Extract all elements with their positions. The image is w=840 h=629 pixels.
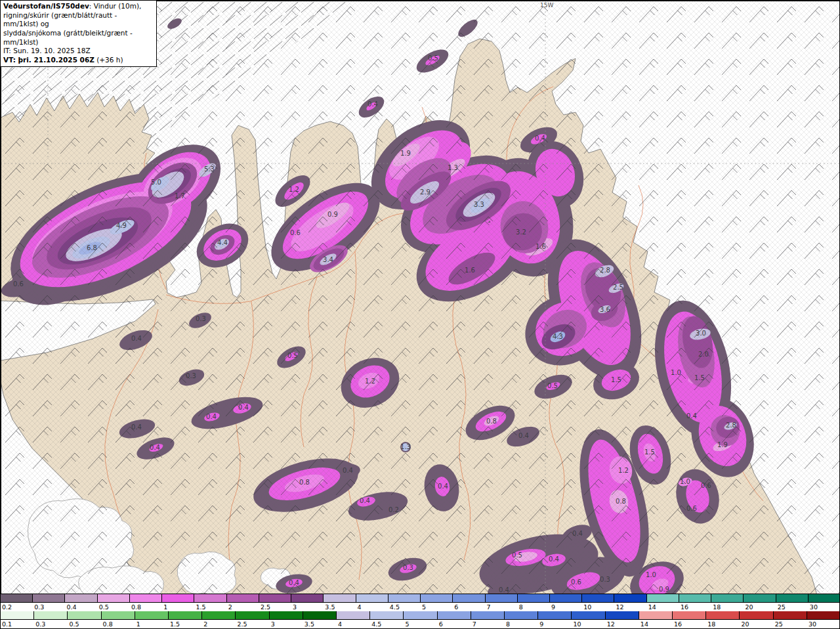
scale-sleet-snow: 0.20.30.40.50.811.522.533.544.5567891012… (1, 594, 840, 611)
wind-barbs-overlay (1, 1, 840, 595)
scale-color-cell (486, 594, 518, 602)
scale-color-cell (538, 611, 572, 619)
scale-color-cell (639, 611, 673, 619)
sleet-snow-color-band (1, 594, 840, 603)
scale-color-cell (270, 611, 303, 619)
scale-tick-label: 1.5 (169, 620, 202, 628)
scale-color-cell (324, 594, 356, 602)
scale-color-cell (404, 611, 437, 619)
scale-color-cell (744, 594, 776, 602)
scale-tick-label: 4 (337, 620, 370, 628)
weather-map-canvas: 15W (1, 1, 840, 595)
scale-color-cell (194, 594, 226, 602)
scale-tick-label: 1 (135, 620, 169, 628)
scale-color-cell (740, 611, 773, 619)
color-scales: 0.20.30.40.50.811.522.533.544.5567891012… (1, 594, 840, 628)
scale-tick-label: 3.5 (303, 620, 337, 628)
scale-color-cell (1, 611, 34, 619)
scale-tick-label: 6 (438, 620, 471, 628)
scale-color-cell (202, 611, 236, 619)
scale-color-cell (1, 594, 33, 602)
scale-color-cell (421, 594, 453, 602)
scale-tick-label: 14 (647, 603, 679, 611)
scale-color-cell (453, 594, 485, 602)
valid-time: VT: þri. 21.10.2025 06Z (+36 h) (3, 56, 153, 65)
rain-tick-labels: 0.10.30.50.811.522.533.544.5567891012141… (1, 620, 840, 628)
scale-color-cell (388, 594, 421, 602)
scale-color-cell (34, 611, 68, 619)
scale-tick-label: 7 (486, 603, 518, 611)
scale-tick-label: 0.5 (98, 603, 130, 611)
scale-tick-label: 18 (706, 620, 740, 628)
scale-color-cell (130, 594, 162, 602)
scale-tick-label: 16 (679, 603, 711, 611)
scale-color-cell (356, 594, 388, 602)
scale-tick-label: 0.1 (1, 620, 34, 628)
scale-tick-label: 3 (291, 603, 324, 611)
scale-color-cell (169, 611, 202, 619)
scale-color-cell (706, 611, 740, 619)
scale-tick-label: 30 (807, 620, 840, 628)
scale-color-cell (65, 594, 97, 602)
scale-tick-label: 10 (582, 603, 614, 611)
scale-color-cell (162, 594, 194, 602)
scale-tick-label: 2.5 (236, 620, 269, 628)
sleet-snow-tick-labels: 0.20.30.40.50.811.522.533.544.5567891012… (1, 603, 840, 611)
scale-tick-label: 18 (711, 603, 744, 611)
scale-color-cell (135, 611, 169, 619)
scale-tick-label: 25 (774, 620, 807, 628)
scale-color-cell (505, 611, 538, 619)
scale-color-cell (550, 594, 582, 602)
scale-tick-label: 0.4 (65, 603, 97, 611)
product-name: Veðurstofan/IS750dev (3, 2, 89, 10)
scale-tick-label: 0.3 (34, 620, 68, 628)
title-line-2: rigning/skúrir (grænt/blátt/rautt - mm/1… (3, 11, 153, 29)
scale-color-cell (647, 594, 679, 602)
scale-color-cell (614, 594, 646, 602)
init-time: IT: Sun. 19. 10. 2025 18Z (3, 47, 153, 56)
scale-color-cell (776, 594, 808, 602)
weather-map-page: 15W 0.50.40.41.91.35.35.02.91.21.73.30.9… (0, 0, 840, 629)
scale-color-cell (33, 594, 65, 602)
scale-color-cell (572, 611, 605, 619)
scale-color-cell (679, 594, 711, 602)
scale-tick-label: 5 (421, 603, 453, 611)
scale-color-cell (438, 611, 471, 619)
scale-color-cell (98, 594, 130, 602)
scale-color-cell (711, 594, 744, 602)
scale-tick-label: 8 (505, 620, 538, 628)
rain-color-band (1, 611, 840, 620)
scale-color-cell (227, 594, 259, 602)
scale-tick-label: 6 (453, 603, 485, 611)
scale-color-cell (774, 611, 807, 619)
scale-tick-label: 20 (740, 620, 773, 628)
scale-tick-label: 9 (538, 620, 572, 628)
scale-color-cell (291, 594, 324, 602)
scale-tick-label: 9 (550, 603, 582, 611)
scale-rain: 0.10.30.50.811.522.533.544.5567891012141… (1, 611, 840, 628)
scale-color-cell (370, 611, 404, 619)
title-box: Veðurstofan/IS750dev: Vindur (10m), rign… (1, 1, 157, 67)
scale-tick-label: 4.5 (370, 620, 404, 628)
scale-tick-label: 0.3 (33, 603, 65, 611)
scale-tick-label: 25 (776, 603, 808, 611)
scale-tick-label: 10 (572, 620, 605, 628)
scale-color-cell (303, 611, 337, 619)
scale-tick-label: 16 (673, 620, 706, 628)
scale-color-cell (236, 611, 269, 619)
scale-color-cell (606, 611, 639, 619)
scale-color-cell (68, 611, 101, 619)
scale-tick-label: 3.5 (324, 603, 356, 611)
scale-color-cell (102, 611, 135, 619)
scale-tick-label: 0.8 (130, 603, 162, 611)
scale-tick-label: 2 (202, 620, 236, 628)
scale-color-cell (807, 611, 840, 619)
scale-tick-label: 8 (518, 603, 550, 611)
scale-tick-label: 4.5 (388, 603, 421, 611)
scale-color-cell (259, 594, 291, 602)
scale-tick-label: 4 (356, 603, 388, 611)
scale-tick-label: 3 (270, 620, 303, 628)
scale-color-cell (337, 611, 370, 619)
scale-tick-label: 14 (639, 620, 673, 628)
scale-tick-label: 12 (614, 603, 646, 611)
